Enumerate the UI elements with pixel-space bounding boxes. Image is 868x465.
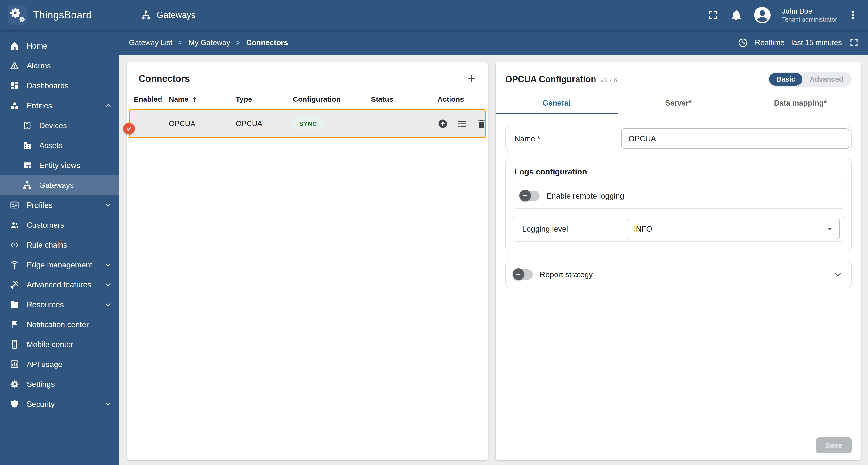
- rpc-icon[interactable]: [437, 118, 448, 129]
- expand-fullscreen-icon[interactable]: [848, 37, 859, 48]
- sidebar-item-home[interactable]: Home: [0, 36, 119, 56]
- notifications-bell-icon[interactable]: [730, 9, 743, 21]
- category-icon: [10, 101, 20, 110]
- list-icon[interactable]: [457, 118, 467, 129]
- sidebar-item-label: Gateways: [39, 181, 74, 190]
- breadcrumb-separator: >: [178, 38, 183, 47]
- config-version: v3.7.6: [600, 75, 617, 84]
- sidebar-item-profiles[interactable]: Profiles: [0, 195, 119, 215]
- sidebar-item-notification-center[interactable]: Notification center: [0, 315, 119, 335]
- sidebar-item-security[interactable]: Security: [0, 394, 119, 414]
- warning-icon: [10, 61, 20, 70]
- thingsboard-logo-icon: [8, 5, 27, 25]
- sidebar-item-gateways[interactable]: Gateways: [0, 175, 119, 195]
- tab-general[interactable]: General: [496, 92, 618, 114]
- flag-icon: [10, 320, 20, 329]
- chevron-down-icon: [104, 400, 113, 408]
- breadcrumb-gateway-list[interactable]: Gateway List: [129, 38, 173, 47]
- content-area: Connectors Enabled Name Type Configurati…: [119, 55, 868, 465]
- connectors-panel: Connectors Enabled Name Type Configurati…: [127, 62, 488, 460]
- delete-icon[interactable]: [476, 118, 487, 129]
- sidebar-item-label: Notification center: [27, 320, 89, 329]
- chevron-up-icon: [104, 101, 113, 110]
- chevron-down-icon[interactable]: [833, 269, 843, 280]
- active-tab-indicator: [496, 113, 618, 114]
- kebab-menu-icon[interactable]: [848, 9, 858, 21]
- connectors-title: Connectors: [139, 74, 190, 84]
- app-root: ThingsBoard Gateways John Doe Tenant adm…: [0, 0, 868, 465]
- header-actions: John Doe Tenant administrator: [707, 6, 868, 24]
- sidebar-item-dashboards[interactable]: Dashboards: [0, 76, 119, 96]
- sidebar-item-settings[interactable]: Settings: [0, 374, 119, 394]
- dropdown-arrow-icon: [824, 223, 836, 235]
- sidebar-item-label: Devices: [39, 121, 67, 130]
- app-title: ThingsBoard: [33, 9, 92, 21]
- tab-server[interactable]: Server*: [618, 92, 740, 114]
- sidebar-item-label: Rule chains: [27, 240, 67, 250]
- page-title: Gateways: [141, 10, 195, 20]
- logs-configuration-section: Logs configuration Enable remote logging…: [505, 159, 851, 250]
- sidebar-item-devices[interactable]: Devices: [0, 116, 119, 136]
- fullscreen-icon[interactable]: [707, 9, 719, 21]
- sidebar-item-label: Entities: [27, 101, 52, 110]
- remote-logging-toggle[interactable]: [520, 191, 540, 201]
- chevron-down-icon: [104, 201, 113, 209]
- general-form: Name * Logs configuration Enable remote …: [496, 114, 861, 460]
- app-logo[interactable]: ThingsBoard: [0, 5, 119, 25]
- sidebar-item-assets[interactable]: Assets: [0, 136, 119, 155]
- sidebar-item-label: Settings: [27, 380, 55, 389]
- config-tabs: General Server* Data mapping*: [496, 92, 861, 114]
- tab-data-mapping[interactable]: Data mapping*: [739, 92, 861, 114]
- user-menu[interactable]: John Doe Tenant administrator: [782, 7, 837, 23]
- sidebar-item-api-usage[interactable]: API usage: [0, 354, 119, 374]
- avatar[interactable]: [753, 6, 771, 24]
- people-icon: [10, 220, 20, 230]
- sidebar-item-alarms[interactable]: Alarms: [0, 56, 119, 76]
- sidebar-item-label: API usage: [27, 360, 63, 369]
- sidebar-item-label: Customers: [27, 221, 64, 230]
- add-connector-button[interactable]: [466, 73, 477, 84]
- clock-icon: [738, 37, 748, 48]
- save-button[interactable]: Save: [816, 437, 851, 453]
- home-icon: [10, 41, 20, 51]
- minus-icon: [515, 270, 522, 278]
- breadcrumb-my-gateway[interactable]: My Gateway: [188, 38, 230, 47]
- construction-icon: [10, 280, 20, 290]
- logging-level-label: Logging level: [522, 225, 568, 233]
- report-strategy-toggle[interactable]: [514, 269, 533, 280]
- sidebar-item-entity-views[interactable]: Entity views: [0, 155, 119, 175]
- sidebar-item-mobile-center[interactable]: Mobile center: [0, 335, 119, 354]
- sidebar-item-label: Mobile center: [27, 340, 73, 349]
- sync-badge: SYNC: [293, 117, 323, 130]
- code-brackets-icon: [10, 240, 20, 250]
- breadcrumb-connectors: Connectors: [246, 38, 288, 47]
- sidebar-item-advanced-features[interactable]: Advanced features: [0, 275, 119, 295]
- col-name[interactable]: Name: [169, 95, 236, 104]
- lan-icon: [22, 180, 32, 190]
- sidebar-item-label: Security: [27, 400, 55, 409]
- opcua-config-panel: OPCUA Configuration v3.7.6 Basic Advance…: [496, 62, 861, 460]
- chart-icon: [10, 359, 20, 369]
- name-input[interactable]: [621, 128, 849, 149]
- sidebar-item-edge-management[interactable]: Edge management: [0, 255, 119, 275]
- time-range-selector[interactable]: Realtime - last 15 minutes: [755, 38, 842, 47]
- logging-level-select[interactable]: INFO: [626, 219, 840, 239]
- sidebar-item-label: Edge management: [27, 260, 92, 269]
- sidebar-item-rule-chains[interactable]: Rule chains: [0, 235, 119, 255]
- advanced-mode-button[interactable]: Advanced: [802, 73, 850, 86]
- basic-mode-button[interactable]: Basic: [769, 73, 802, 86]
- sidebar-item-entities[interactable]: Entities: [0, 96, 119, 116]
- report-strategy-row[interactable]: Report strategy: [505, 261, 851, 288]
- sidebar-item-customers[interactable]: Customers: [0, 215, 119, 235]
- remote-logging-label: Enable remote logging: [547, 192, 624, 200]
- sidebar-item-resources[interactable]: Resources: [0, 295, 119, 315]
- name-field-row: Name *: [505, 126, 851, 151]
- col-enabled: Enabled: [134, 95, 169, 104]
- devices-icon: [22, 121, 32, 130]
- connector-row-opcua[interactable]: OPCUA OPCUA SYNC: [129, 109, 486, 138]
- col-type: Type: [236, 95, 293, 104]
- sidebar-item-label: Home: [27, 41, 47, 51]
- sidebar-nav: HomeAlarmsDashboardsEntitiesDevicesAsset…: [0, 30, 119, 465]
- logging-level-value: INFO: [634, 225, 652, 233]
- sidebar-item-label: Entity views: [39, 161, 80, 170]
